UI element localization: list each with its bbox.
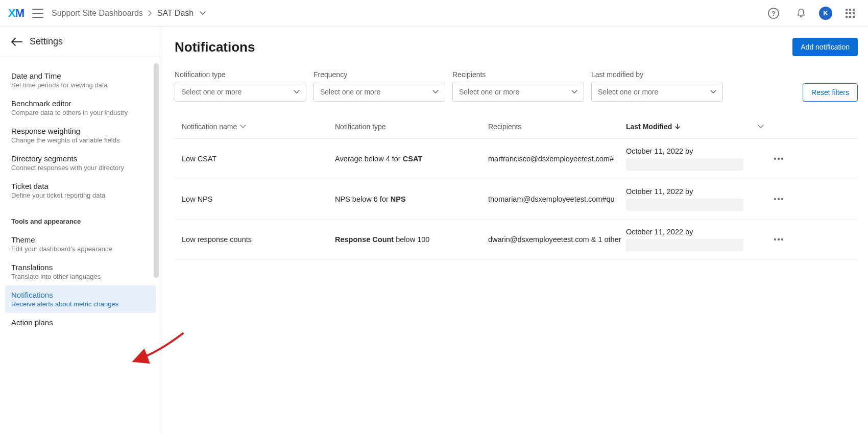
type-prefix: Average below 4 for <box>335 155 403 163</box>
sidebar-item-benchmark[interactable]: Benchmark editor Compare data to others … <box>0 94 161 122</box>
sidebar-item-notifications[interactable]: Notifications Receive alerts about metri… <box>5 285 156 313</box>
page-title: Notifications <box>175 39 255 55</box>
avatar[interactable]: K <box>819 7 832 20</box>
sort-desc-icon <box>675 124 680 130</box>
th-recipients[interactable]: Recipients <box>488 123 626 131</box>
chevron-down-icon <box>432 90 439 94</box>
select-placeholder: Select one or more <box>181 88 242 96</box>
redacted-name <box>626 239 743 251</box>
cell-type: NPS below 6 for NPS <box>335 195 488 203</box>
hamburger-menu-icon[interactable] <box>32 9 43 18</box>
sidebar-item-sub: Change the weights of variable fields <box>11 136 150 144</box>
logo-xm[interactable]: XM <box>8 7 24 20</box>
cell-recipients: thomariam@dsxemployeetest.com#qu <box>488 195 626 203</box>
help-icon[interactable]: ? <box>764 4 783 23</box>
breadcrumb-parent[interactable]: Support Site Dashboards <box>52 9 143 18</box>
sidebar-item-sub: Set time periods for viewing data <box>11 81 150 89</box>
th-label: Last Modified <box>626 123 672 131</box>
row-actions-button[interactable]: ••• <box>764 155 794 163</box>
chevron-down-icon <box>710 90 716 94</box>
sidebar-item-title: Action plans <box>11 318 150 327</box>
select-placeholder: Select one or more <box>459 88 519 96</box>
sidebar-item-sub: Connect responses with your directory <box>11 164 150 172</box>
filter-select-frequency[interactable]: Select one or more <box>314 82 445 102</box>
select-placeholder: Select one or more <box>598 88 658 96</box>
filter-select-type[interactable]: Select one or more <box>175 82 306 102</box>
modified-date: October 11, 2022 by <box>626 187 764 196</box>
th-modified[interactable]: Last Modified <box>626 123 764 131</box>
chevron-down-icon <box>712 125 764 129</box>
sidebar-item-date-time[interactable]: Date and Time Set time periods for viewi… <box>0 66 161 94</box>
type-bold: NPS <box>391 195 406 203</box>
sidebar-item-title: Benchmark editor <box>11 99 150 108</box>
cell-modified: October 11, 2022 by <box>626 187 764 211</box>
sidebar-item-title: Directory segments <box>11 154 150 163</box>
filter-select-modifiedby[interactable]: Select one or more <box>591 82 723 102</box>
sidebar-item-sub: Compare data to others in your industry <box>11 109 150 116</box>
filter-label-recipients: Recipients <box>452 70 584 79</box>
sidebar-item-title: Ticket data <box>11 182 150 190</box>
filter-select-recipients[interactable]: Select one or more <box>452 82 584 102</box>
select-placeholder: Select one or more <box>320 88 380 96</box>
sidebar-item-title: Translations <box>11 263 150 272</box>
sidebar-item-title: Response weighting <box>11 127 150 135</box>
table-row[interactable]: Low CSAT Average below 4 for CSAT marfra… <box>175 138 858 179</box>
redacted-name <box>626 158 743 171</box>
type-suffix: below 100 <box>394 235 429 244</box>
add-notification-button[interactable]: Add notification <box>792 38 858 56</box>
type-bold: Response Count <box>335 235 394 244</box>
bell-icon[interactable] <box>791 4 811 23</box>
filter-label-type: Notification type <box>175 70 306 79</box>
sidebar-item-sub: Edit your dashboard's appearance <box>11 245 150 253</box>
cell-recipients: dwarin@dsxemployeetest.com & 1 other <box>488 235 626 244</box>
table-row[interactable]: Low NPS NPS below 6 for NPS thomariam@ds… <box>175 179 858 219</box>
chevron-down-icon <box>294 90 300 94</box>
row-actions-button[interactable]: ••• <box>764 195 794 203</box>
sidebar-scrollbar-thumb[interactable] <box>154 63 159 278</box>
breadcrumb-current[interactable]: SAT Dash <box>157 9 194 18</box>
modified-date: October 11, 2022 by <box>626 228 764 236</box>
modified-date: October 11, 2022 by <box>626 147 764 155</box>
th-type[interactable]: Notification type <box>335 123 488 131</box>
filters-row: Notification type Select one or more Fre… <box>175 70 858 102</box>
sidebar-item-response-weighting[interactable]: Response weighting Change the weights of… <box>0 122 161 149</box>
sidebar-item-sub: Translate into other languages <box>11 273 150 280</box>
sidebar-section-tools: Tools and appearance <box>0 204 161 230</box>
top-bar: XM Support Site Dashboards SAT Dash ? K <box>0 0 868 27</box>
table-row[interactable]: Low response counts Response Count below… <box>175 219 858 260</box>
breadcrumb: Support Site Dashboards SAT Dash <box>52 9 206 18</box>
sidebar-item-ticket-data[interactable]: Ticket data Define your ticket reporting… <box>0 177 161 204</box>
notifications-table: Notification name Notification type Reci… <box>175 115 858 260</box>
chevron-right-icon <box>148 10 152 16</box>
sidebar-item-sub: Define your ticket reporting data <box>11 191 150 199</box>
chevron-down-icon[interactable] <box>200 11 206 15</box>
cell-recipients: marfrancisco@dsxemployeetest.com# <box>488 155 626 163</box>
chevron-down-icon <box>571 90 577 94</box>
sidebar-item-theme[interactable]: Theme Edit your dashboard's appearance <box>0 230 161 258</box>
back-arrow-icon[interactable] <box>11 38 22 46</box>
cell-name: Low CSAT <box>182 155 335 163</box>
settings-title: Settings <box>30 36 63 47</box>
main-content: Notifications Add notification Notificat… <box>161 27 868 434</box>
cell-name: Low NPS <box>182 195 335 203</box>
cell-modified: October 11, 2022 by <box>626 147 764 171</box>
sidebar-item-translations[interactable]: Translations Translate into other langua… <box>0 258 161 285</box>
sidebar-item-title: Notifications <box>11 291 150 299</box>
cell-name: Low response counts <box>182 235 335 244</box>
th-label: Notification type <box>335 123 386 131</box>
cell-type: Response Count below 100 <box>335 235 488 244</box>
cell-type: Average below 4 for CSAT <box>335 155 488 163</box>
chevron-down-icon <box>240 125 246 129</box>
th-name[interactable]: Notification name <box>182 123 335 131</box>
svg-text:?: ? <box>771 9 776 17</box>
cell-modified: October 11, 2022 by <box>626 228 764 251</box>
apps-grid-icon[interactable] <box>840 4 860 23</box>
row-actions-button[interactable]: ••• <box>764 235 794 244</box>
sidebar-item-directory-segments[interactable]: Directory segments Connect responses wit… <box>0 149 161 177</box>
sidebar: Settings Date and Time Set time periods … <box>0 27 161 434</box>
sidebar-item-action-plans[interactable]: Action plans <box>0 313 161 332</box>
sidebar-scroll[interactable]: Date and Time Set time periods for viewi… <box>0 57 161 434</box>
settings-header: Settings <box>0 27 161 57</box>
th-label: Notification name <box>182 123 237 131</box>
reset-filters-button[interactable]: Reset filters <box>803 83 858 102</box>
